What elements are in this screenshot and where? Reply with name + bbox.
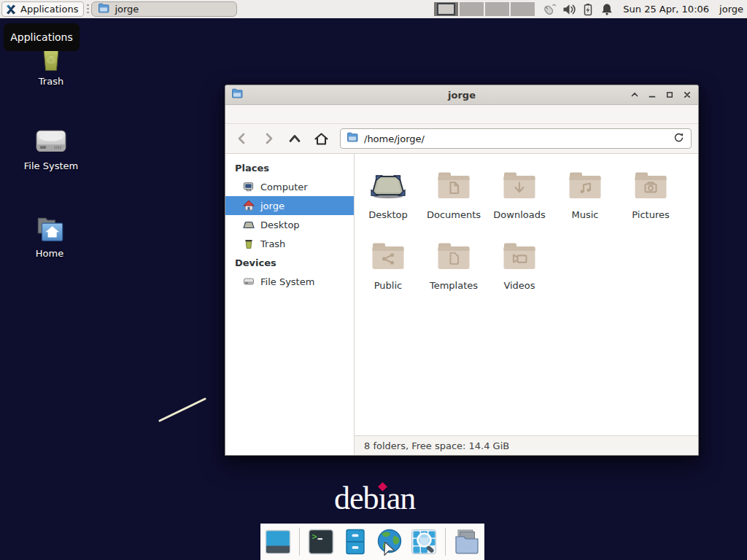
home-desktop-icon — [33, 211, 66, 245]
dock-web-browser[interactable] — [375, 527, 404, 556]
panel-grip-handle[interactable] — [87, 4, 89, 15]
workspace-3[interactable] — [485, 2, 509, 16]
volume-icon[interactable] — [562, 2, 576, 17]
desktop-icon-label: Home — [36, 248, 63, 259]
sidebar-header-places: Places — [225, 158, 354, 177]
dock-app-finder[interactable] — [409, 527, 438, 556]
desktop-mini-icon — [243, 219, 255, 230]
xfce-applications-icon — [5, 4, 17, 15]
dock-panel: > — [260, 524, 484, 560]
dock-separator — [445, 528, 446, 556]
home-red-icon — [243, 200, 255, 211]
dock-file-cabinet[interactable] — [341, 527, 370, 556]
sidebar-item-desktop[interactable]: Desktop — [225, 215, 354, 234]
top-panel: Applications jorge — [0, 0, 747, 18]
dock-terminal[interactable]: > — [306, 527, 336, 556]
desktop-icon-file-system[interactable]: File System — [18, 124, 85, 171]
dock-show-desktop[interactable] — [263, 527, 293, 556]
path-input[interactable] — [364, 133, 667, 144]
toolbar — [225, 124, 698, 154]
sidebar-item-trash[interactable]: Trash — [225, 234, 354, 253]
svg-text:♲: ♲ — [46, 54, 55, 67]
window-titlebar[interactable]: jorge — [225, 85, 698, 105]
panel-clock[interactable]: Sun 25 Apr, 10:06 — [623, 4, 709, 15]
up-button[interactable] — [285, 128, 305, 149]
show-desktop-icon — [263, 527, 293, 556]
video-icon — [502, 238, 537, 273]
desktop-icon — [371, 167, 406, 202]
applications-menu-label: Applications — [20, 4, 78, 15]
dock-separator — [299, 528, 300, 556]
tooltip-text: Applications — [10, 31, 73, 43]
folder-icon — [347, 131, 358, 146]
reload-icon[interactable] — [673, 131, 685, 147]
file-folder-documents[interactable]: Documents — [421, 161, 487, 232]
workspace-window-preview — [437, 3, 455, 15]
shade-window-button[interactable] — [629, 90, 640, 101]
status-text: 8 folders, Free space: 14.4 GiB — [364, 440, 509, 451]
applications-tooltip: Applications — [4, 23, 80, 51]
sidebar-item-label: Computer — [260, 182, 308, 192]
file-folder-videos[interactable]: Videos — [487, 232, 552, 303]
file-folder-public[interactable]: Public — [355, 232, 421, 303]
menu-item[interactable] — [243, 112, 255, 117]
dock-folder[interactable] — [452, 527, 481, 556]
template-icon — [436, 238, 471, 273]
trash-mini-icon — [243, 238, 255, 249]
mouse-tray-icon[interactable] — [541, 2, 557, 17]
workspace-4[interactable] — [511, 2, 535, 16]
workspace-1[interactable] — [434, 2, 458, 16]
file-folder-label: Videos — [503, 280, 535, 291]
maximize-window-button[interactable] — [664, 90, 675, 101]
workspace-switcher — [434, 2, 535, 16]
status-bar: 8 folders, Free space: 14.4 GiB — [355, 435, 698, 455]
file-folder-label: Documents — [427, 209, 481, 220]
back-button[interactable] — [232, 128, 252, 149]
debian-logo: debıan — [334, 480, 415, 518]
folder-dock-icon — [452, 527, 481, 556]
close-window-button[interactable] — [681, 90, 692, 101]
share-icon — [371, 238, 406, 273]
bell-icon[interactable] — [600, 2, 614, 17]
side-pane: PlacesComputerjorgeDesktopTrashDevicesFi… — [225, 154, 355, 455]
location-bar[interactable] — [340, 128, 692, 149]
cabinet-icon — [341, 527, 370, 556]
terminal-icon: > — [306, 527, 336, 556]
workspace-2[interactable] — [460, 2, 484, 16]
battery-icon[interactable] — [581, 2, 595, 17]
drive-mini-icon — [243, 276, 255, 287]
window-folder-icon — [231, 88, 243, 102]
file-folder-pictures[interactable]: Pictures — [618, 161, 684, 232]
file-folder-downloads[interactable]: Downloads — [487, 161, 552, 232]
document-icon — [436, 167, 471, 202]
menu-item[interactable] — [266, 112, 278, 117]
sidebar-header-devices: Devices — [225, 253, 354, 272]
desktop-icon-home[interactable]: Home — [16, 211, 83, 259]
sidebar-item-label: Desktop — [260, 219, 300, 230]
minimize-window-button[interactable] — [646, 90, 657, 101]
menu-item[interactable] — [278, 112, 290, 117]
folder-icon — [98, 2, 109, 16]
applications-menu-button[interactable]: Applications — [1, 1, 84, 17]
svg-text:>: > — [312, 532, 317, 542]
sidebar-item-file-system[interactable]: File System — [225, 272, 354, 291]
forward-button[interactable] — [258, 128, 279, 149]
sidebar-item-jorge[interactable]: jorge — [225, 196, 354, 215]
sidebar-item-label: Trash — [260, 238, 285, 249]
file-folder-desktop[interactable]: Desktop — [355, 161, 421, 232]
panel-username[interactable]: jorge — [719, 4, 743, 15]
desktop-icon-label: Trash — [39, 76, 63, 87]
file-folder-label: Templates — [430, 280, 478, 291]
computer-icon — [243, 181, 255, 192]
menu-item[interactable] — [231, 112, 243, 117]
file-folder-music[interactable]: Music — [552, 161, 618, 232]
taskbar-window-label: jorge — [115, 4, 139, 15]
menu-bar — [225, 105, 698, 124]
sidebar-item-computer[interactable]: Computer — [225, 177, 354, 196]
home-button[interactable] — [311, 128, 331, 149]
taskbar-window-button[interactable]: jorge — [91, 1, 237, 17]
menu-item[interactable] — [255, 112, 266, 117]
file-folder-label: Public — [374, 280, 402, 291]
download-icon — [502, 167, 537, 202]
file-folder-templates[interactable]: Templates — [421, 232, 487, 303]
